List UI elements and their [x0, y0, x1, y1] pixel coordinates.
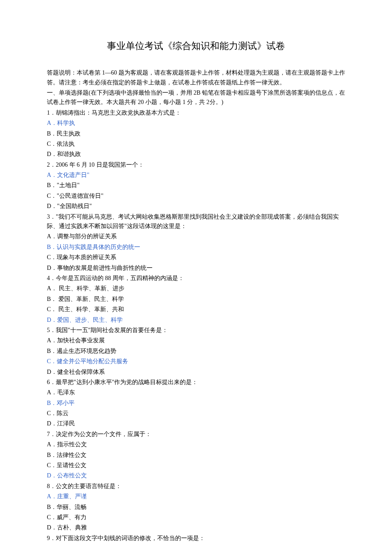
q5-option-d: D．健全社会保障体系: [47, 367, 345, 377]
q7-option-d: D．公布性公文: [47, 471, 345, 480]
q7-text: 7．决定作为公文的一个文件，应属于：: [47, 430, 345, 439]
q3-option-b: B．认识与实践是具体的历史的统一: [47, 243, 345, 252]
q4-option-b: B． 爱国、革新、民主、科学: [47, 295, 345, 304]
q6-option-b: B．邓小平: [47, 399, 345, 408]
q8-option-d: D．古朴、典雅: [47, 523, 345, 532]
q8-option-a: A．庄重、严谨: [47, 492, 345, 501]
q5-option-a: A．加快社会事业发展: [47, 336, 345, 345]
q6-option-d: D．江泽民: [47, 419, 345, 428]
q2-option-a: A．文化遗产日": [47, 171, 345, 180]
q2-option-d: D．"全国助残日": [47, 202, 345, 211]
q5-option-c: C．健全并公平地分配公共服务: [47, 357, 345, 366]
q8-text: 8．公文的主要语言特征是：: [47, 482, 345, 491]
q2-option-b: B．"土地日": [47, 181, 345, 190]
q1-option-d: D．和谐执政: [47, 150, 345, 159]
q5-text: 5．我国"十一五"期间社会发展的首要任务是：: [47, 326, 345, 335]
q3-option-d: D．事物的发展是前进性与曲折性的统一: [47, 263, 345, 273]
q1-option-b: B．民主执政: [47, 129, 345, 139]
q1-option-c: C．依法执: [47, 139, 345, 149]
q7-option-a: A．指示性公文: [47, 440, 345, 449]
q3-option-a: A．调整与部分的辨证关系: [47, 232, 345, 241]
q3-option-c: C．现象与本质的辨证关系: [47, 253, 345, 262]
section1-header: 一、单项选择题(在下列选项中选择最恰当的一项，并用 2B 铅笔在答题卡相应题号下…: [47, 88, 345, 107]
q4-text: 4．今年是五四运动的 88 周年，五四精神的内涵是：: [47, 274, 345, 283]
instructions-text: 答题说明：本试卷第 1—60 题为客观题，请在客观题答题卡上作答，材料处理题为主…: [47, 68, 345, 87]
q5-option-b: B．遏止生态环境恶化趋势: [47, 347, 345, 356]
q2-option-c: C．"公民道德宣传日": [47, 191, 345, 201]
q6-text: 6．最早把"达到小康水平"作为党的战略目标提出来的是：: [47, 378, 345, 387]
q6-option-a: A．毛泽东: [47, 388, 345, 397]
q6-option-c: C．陈云: [47, 409, 345, 418]
q7-option-c: C．呈请性公文: [47, 461, 345, 470]
q4-option-a: A． 民主、科学、革新、进步: [47, 284, 345, 293]
q4-option-c: C． 民主、科学、革新、共和: [47, 305, 345, 314]
q8-option-c: C．威严、有力: [47, 513, 345, 522]
q7-option-b: B．法律性公文: [47, 451, 345, 460]
q1-option-a: A．科学执: [47, 119, 345, 128]
q1-text: 1．胡锦涛指出：马克思主义政党执政基本方式是：: [47, 108, 345, 118]
page-title: 事业单位考试《综合知识和能力测试》试卷: [47, 38, 345, 53]
q3-text: 3．"我们不可能从马克思、考试大网站收集恩格斯那里找到我国社会主义建设的全部现成…: [47, 212, 345, 231]
q4-option-d: D．爱国、进步、民主、科学: [47, 315, 345, 325]
q8-option-b: B．华丽、流畅: [47, 503, 345, 512]
q9-text: 9．对下面这段文字中划线的词语的修改，不恰当的一项是：: [47, 534, 345, 543]
q2-text: 2．2006 年 6 月 10 日是我国第一个：: [47, 160, 345, 170]
